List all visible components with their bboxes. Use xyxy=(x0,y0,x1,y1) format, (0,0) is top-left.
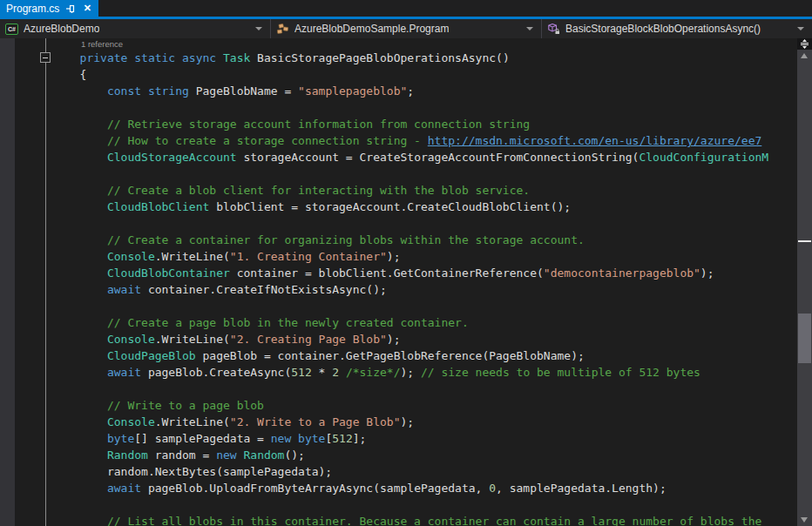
code-line[interactable]: CloudBlobContainer container = blobClien… xyxy=(25,265,797,281)
code-line[interactable]: // Retrieve storage account information … xyxy=(25,116,797,132)
code-line[interactable] xyxy=(25,298,797,314)
code-line[interactable]: Console.WriteLine("1. Creating Container… xyxy=(25,248,797,265)
code-line[interactable]: random.NextBytes(samplePagedata); xyxy=(25,463,797,480)
split-window-handle[interactable] xyxy=(797,38,812,50)
code-line[interactable]: // Create a page blob in the newly creat… xyxy=(25,314,797,331)
code-line[interactable]: byte[] samplePagedata = new byte[512]; xyxy=(25,430,797,447)
code-line[interactable]: // Create a blob client for interacting … xyxy=(25,182,797,199)
scrollbar-thumb[interactable] xyxy=(798,314,811,363)
ide-window: Program.cs ✕ C# AzureBlobDemo xyxy=(0,0,812,526)
code-line[interactable]: await pageBlob.UploadFromByteArrayAsync(… xyxy=(25,480,797,496)
csharp-project-icon: C# xyxy=(5,24,18,35)
project-dropdown[interactable]: C# AzureBlobDemo xyxy=(0,19,271,38)
code-line[interactable]: // How to create a storage connection st… xyxy=(25,132,797,149)
scroll-up-arrow[interactable] xyxy=(801,53,808,58)
navigation-bar: C# AzureBlobDemo AzureBlobDemoSample.Pro… xyxy=(0,19,812,38)
code-line[interactable] xyxy=(25,215,797,232)
code-line[interactable]: CloudBlobClient blobClient = storageAcco… xyxy=(25,199,797,215)
code-line[interactable] xyxy=(25,165,797,182)
code-line[interactable]: CloudPageBlob pageBlob = container.GetPa… xyxy=(25,347,797,364)
pushpin-icon[interactable] xyxy=(65,3,76,14)
breakpoint-margin[interactable] xyxy=(0,38,15,526)
member-dropdown[interactable]: BasicStorageBlockBlobOperationsAsync() xyxy=(542,19,812,38)
code-editor[interactable]: 1 reference private static async Task Ba… xyxy=(0,38,797,526)
member-dropdown-label: BasicStorageBlockBlobOperationsAsync() xyxy=(565,23,761,35)
method-private-icon xyxy=(547,23,560,35)
code-line[interactable]: // Create a container for organizing blo… xyxy=(25,232,797,248)
codelens-references[interactable]: 1 reference xyxy=(81,39,123,49)
chevron-down-icon xyxy=(255,27,262,30)
code-text-area[interactable]: private static async Task BasicStoragePa… xyxy=(25,50,797,526)
code-line[interactable] xyxy=(25,381,797,397)
code-line[interactable]: CloudStorageAccount storageAccount = Cre… xyxy=(25,149,797,165)
close-icon[interactable]: ✕ xyxy=(82,3,92,14)
code-line[interactable]: // List all blobs in this container. Bec… xyxy=(25,513,797,526)
scroll-down-arrow[interactable] xyxy=(801,517,808,523)
code-line[interactable]: private static async Task BasicStoragePa… xyxy=(25,50,797,66)
vertical-scrollbar[interactable] xyxy=(797,38,812,526)
class-icon xyxy=(276,24,289,35)
type-dropdown-label: AzureBlobDemoSample.Program xyxy=(294,23,449,35)
project-dropdown-label: AzureBlobDemo xyxy=(24,23,99,35)
chevron-down-icon xyxy=(526,27,533,30)
tab-strip: Program.cs ✕ xyxy=(0,0,812,19)
type-dropdown[interactable]: AzureBlobDemoSample.Program xyxy=(271,19,542,38)
scrollbar-caret-mark xyxy=(798,240,811,242)
code-line[interactable]: Console.WriteLine("2. Write to a Page Bl… xyxy=(25,414,797,430)
code-line[interactable]: Random random = new Random(); xyxy=(25,447,797,463)
tab-title: Program.cs xyxy=(6,3,59,15)
code-line[interactable] xyxy=(25,496,797,513)
code-line[interactable]: await pageBlob.CreateAsync(512 * 2 /*siz… xyxy=(25,364,797,381)
code-line[interactable]: await container.CreateIfNotExistsAsync()… xyxy=(25,281,797,298)
code-line[interactable]: Console.WriteLine("2. Creating Page Blob… xyxy=(25,331,797,347)
chevron-down-icon xyxy=(797,27,804,30)
code-line[interactable]: // Write to a page blob xyxy=(25,397,797,414)
code-line[interactable]: { xyxy=(25,66,797,83)
code-line[interactable] xyxy=(25,99,797,116)
tab-program-cs[interactable]: Program.cs ✕ xyxy=(0,0,98,17)
code-line[interactable]: const string PageBlobName = "samplepageb… xyxy=(25,83,797,99)
